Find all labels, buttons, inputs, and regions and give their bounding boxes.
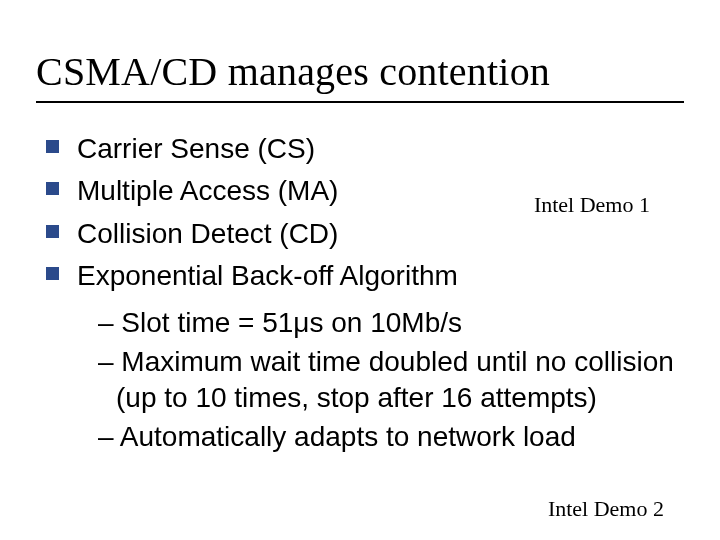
title-underline: [36, 101, 684, 103]
sub-bullet-list: – Slot time = 51μs on 10Mb/s – Maximum w…: [98, 305, 684, 457]
slide: CSMA/CD manages contention Carrier Sense…: [0, 0, 720, 540]
square-bullet-icon: [46, 182, 59, 195]
demo-note-2: Intel Demo 2: [548, 496, 664, 522]
square-bullet-icon: [46, 140, 59, 153]
bullet-text: Multiple Access (MA): [77, 173, 338, 209]
demo-note-1: Intel Demo 1: [534, 192, 650, 218]
bullet-text: Collision Detect (CD): [77, 216, 338, 252]
list-item: Collision Detect (CD): [36, 216, 684, 252]
list-item: Exponential Back-off Algorithm: [36, 258, 684, 294]
list-item: Carrier Sense (CS): [36, 131, 684, 167]
sub-list-item: – Slot time = 51μs on 10Mb/s: [98, 305, 684, 342]
sub-list-item: – Maximum wait time doubled until no col…: [98, 344, 684, 418]
bullet-text: Exponential Back-off Algorithm: [77, 258, 458, 294]
square-bullet-icon: [46, 225, 59, 238]
slide-title: CSMA/CD manages contention: [36, 48, 684, 95]
bullet-text: Carrier Sense (CS): [77, 131, 315, 167]
sub-list-item: – Automatically adapts to network load: [98, 419, 684, 456]
square-bullet-icon: [46, 267, 59, 280]
